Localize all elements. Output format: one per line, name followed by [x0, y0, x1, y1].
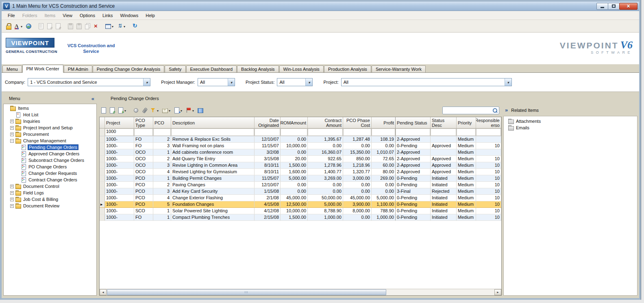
- grid-row[interactable]: 1000-OCO4Revised Lighting for Gymnasium8…: [100, 169, 501, 175]
- row-selector[interactable]: [100, 162, 105, 168]
- page-edit-button[interactable]: [46, 22, 53, 31]
- tab-safety[interactable]: Safety: [165, 65, 185, 72]
- grid-row[interactable]: 1000-OCO3Revise Lighting in Common Area8…: [100, 162, 501, 169]
- menu-windows[interactable]: Windows: [117, 12, 142, 19]
- tree-item-document-review[interactable]: +Document Review: [4, 203, 96, 209]
- menu-items[interactable]: Items: [41, 12, 59, 19]
- tab-win-loss-analysis[interactable]: Win-Loss Analysis: [279, 65, 324, 72]
- tab-backlog-analysis[interactable]: Backlog Analysis: [237, 65, 279, 72]
- email-button[interactable]: [161, 106, 172, 115]
- maximize-button[interactable]: [608, 3, 620, 10]
- menu-file[interactable]: File: [4, 12, 19, 19]
- project-dropdown-button[interactable]: [505, 78, 511, 86]
- column-header-contract-amount[interactable]: Contract Amount: [308, 117, 343, 128]
- grid-row[interactable]: 1000-FO3Wall Framing not on plans11/15/0…: [100, 143, 501, 149]
- expander-minus-icon[interactable]: −: [10, 139, 14, 143]
- related-item-attachments[interactable]: Attachments: [505, 118, 636, 124]
- lock-button[interactable]: [4, 22, 12, 31]
- expand-related-button[interactable]: »: [505, 107, 508, 113]
- project-status-dropdown-button[interactable]: [305, 78, 312, 86]
- row-selector[interactable]: [100, 136, 105, 142]
- row-selector[interactable]: [100, 149, 105, 155]
- tree-item-change-order-requests[interactable]: Change Order Requests: [4, 170, 96, 177]
- grid-row[interactable]: 1000-FO1Compact Plumbing Trenches2/15/08…: [100, 214, 501, 221]
- grid-row[interactable]: 1000-SCO1Solar Powered Site Lighting4/12…: [100, 208, 501, 214]
- tab-service-warranty-work[interactable]: Service-Warranty Work: [372, 65, 426, 72]
- tree-item-hot-list[interactable]: Hot List: [4, 111, 96, 118]
- expander-plus-icon[interactable]: +: [10, 120, 14, 123]
- tree-item-inquiries[interactable]: +Inquiries: [4, 118, 96, 124]
- grid-row[interactable]: 1000-OCO2Add Quarry Tile Entry3/15/0820.…: [100, 156, 501, 162]
- column-header-pco-type[interactable]: PCO Type: [134, 117, 153, 128]
- grid-row[interactable]: 1000-PCO3Add Key Card Security1/15/080.0…: [100, 188, 501, 195]
- page-edit-red-button[interactable]: [54, 22, 62, 31]
- copy-button[interactable]: [83, 22, 91, 31]
- delete-button[interactable]: [92, 22, 100, 31]
- tab-pm-work-center[interactable]: PM Work Center: [22, 65, 63, 73]
- clipboard-button[interactable]: [66, 22, 74, 31]
- scrollbar-track[interactable]: [107, 289, 494, 295]
- edit-record-button[interactable]: [108, 106, 116, 115]
- tab-executive-dashboard[interactable]: Executive Dashboard: [186, 65, 237, 72]
- titlebar[interactable]: V 1 Main Menu for VCS Construction and S…: [2, 2, 639, 11]
- horizontal-scrollbar[interactable]: [100, 289, 501, 295]
- row-selector[interactable]: [100, 201, 105, 207]
- project-select[interactable]: All: [341, 78, 512, 86]
- row-selector[interactable]: [100, 169, 105, 175]
- column-header-responsible-person[interactable]: Responsible erso: [476, 117, 501, 128]
- search-input[interactable]: [443, 108, 492, 113]
- page-lines-button[interactable]: [37, 22, 45, 31]
- expander-plus-icon[interactable]: +: [10, 133, 14, 136]
- tree-item-project-import-and-setup[interactable]: +Project Import and Setup: [4, 124, 96, 131]
- menu-options[interactable]: Options: [76, 12, 99, 19]
- tree-item-approved-change-orders[interactable]: Approved Change Orders: [4, 150, 96, 157]
- scrollbar-thumb[interactable]: [107, 289, 386, 295]
- grid-row[interactable]: 1000-PCO5Foundation Changes4/15/0812,500…: [100, 201, 501, 208]
- tab-pending-change-order-analysis[interactable]: Pending Change Order Analysis: [93, 65, 165, 72]
- refresh-button[interactable]: [131, 22, 139, 31]
- column-header-pco[interactable]: PCO: [153, 117, 171, 128]
- project-status-select[interactable]: All: [277, 78, 313, 86]
- column-header-description[interactable]: Description: [171, 117, 255, 128]
- tree-item-document-control[interactable]: +Document Control: [4, 183, 96, 190]
- column-header-profit[interactable]: Profit: [372, 117, 396, 128]
- row-selector[interactable]: [100, 182, 105, 188]
- expander-plus-icon[interactable]: +: [10, 204, 14, 208]
- column-header-priority[interactable]: Priority: [457, 117, 476, 128]
- row-selector[interactable]: [100, 175, 105, 181]
- tree-item-field-logs[interactable]: +Field Logs: [4, 190, 96, 196]
- menu-help[interactable]: Help: [142, 12, 159, 19]
- expander-plus-icon[interactable]: +: [10, 126, 14, 130]
- row-selector[interactable]: [100, 195, 105, 201]
- tree-item-pending-change-orders[interactable]: Pending Change Orders: [4, 144, 96, 150]
- clipboard-arrow-button[interactable]: [75, 22, 83, 31]
- menu-links[interactable]: Links: [99, 12, 117, 19]
- paperclip-button[interactable]: [141, 106, 148, 115]
- sort-updown-button[interactable]: [116, 22, 127, 31]
- tree-item-items[interactable]: Items: [4, 105, 96, 111]
- new-record-button[interactable]: [100, 106, 107, 115]
- grid-row[interactable]: 1000: [100, 129, 501, 136]
- grid-row[interactable]: 1000-PCO4Change Exterior Flashing2/1/084…: [100, 195, 501, 201]
- expander-plus-icon[interactable]: +: [10, 198, 14, 201]
- scroll-right-button[interactable]: [494, 289, 501, 295]
- tree-item-job-cost-billing[interactable]: +Job Cost & Billing: [4, 196, 96, 203]
- search-box[interactable]: [442, 107, 499, 114]
- related-item-emails[interactable]: Emails: [505, 124, 636, 131]
- tab-pm-admin[interactable]: PM Admin: [64, 65, 92, 72]
- row-selector[interactable]: [100, 208, 105, 214]
- tree-item-change-management[interactable]: −Change Management: [4, 137, 96, 144]
- column-header-pending-status[interactable]: Pending Status: [396, 117, 431, 128]
- company-dropdown-button[interactable]: [143, 78, 150, 86]
- grid-row[interactable]: 1000-FO2Remove & Replace Exc Soils12/10/…: [100, 136, 501, 143]
- company-select[interactable]: 1 - VCS Construction and Service: [28, 78, 150, 86]
- collapse-menu-button[interactable]: «: [91, 96, 94, 102]
- grid-row[interactable]: 1000-PCO2Paving Changes12/10/070.000.000…: [100, 182, 501, 188]
- project-manager-dropdown-button[interactable]: [228, 78, 235, 86]
- column-header-rom-amount[interactable]: ROMAmount: [281, 117, 308, 128]
- new-form-button[interactable]: [117, 106, 128, 115]
- menu-folders[interactable]: Folders: [19, 12, 41, 19]
- row-selector[interactable]: [100, 143, 105, 149]
- expander-plus-icon[interactable]: +: [10, 191, 14, 195]
- tab-production-analysis[interactable]: Production Analysis: [324, 65, 371, 72]
